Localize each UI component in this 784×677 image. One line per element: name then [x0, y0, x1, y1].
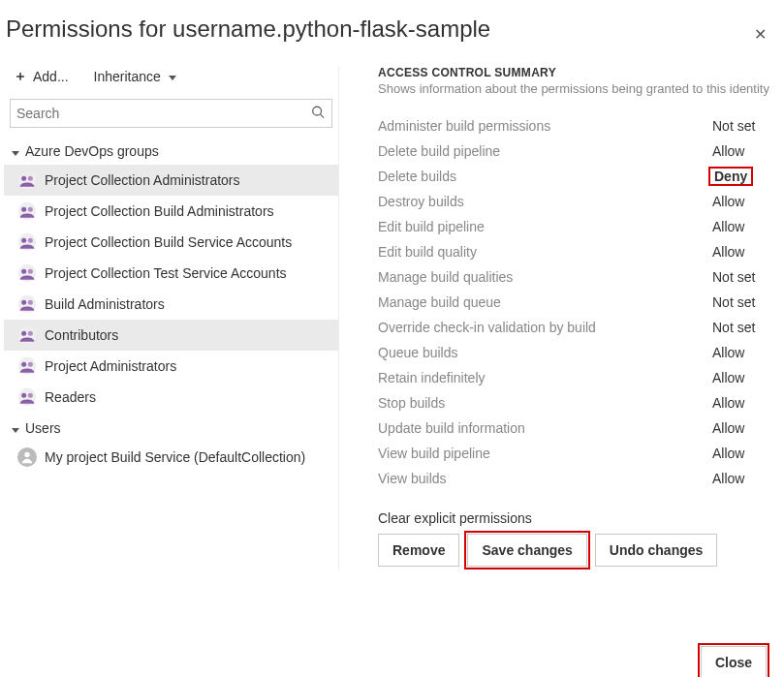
permission-name: Edit build pipeline	[378, 219, 485, 234]
chevron-down-icon	[10, 420, 21, 436]
permission-row[interactable]: Update build informationAllow	[378, 415, 780, 441]
permission-name: Manage build queue	[378, 294, 501, 310]
permission-name: Edit build quality	[378, 244, 477, 260]
group-avatar-icon	[17, 201, 37, 221]
permission-value: Allow	[712, 194, 780, 209]
svg-point-26	[24, 452, 29, 457]
permission-row[interactable]: Edit build pipelineAllow	[378, 214, 780, 239]
svg-point-25	[28, 393, 33, 398]
svg-point-7	[28, 207, 33, 212]
permission-row[interactable]: Retain indefinitelyAllow	[378, 365, 780, 390]
group-avatar-icon	[17, 294, 37, 314]
permission-name: Administer build permissions	[378, 118, 550, 134]
search-input[interactable]	[10, 99, 332, 128]
group-item-label: Readers	[45, 389, 96, 405]
group-item-label: Project Collection Test Service Accounts	[45, 265, 287, 281]
permission-value: Allow	[712, 420, 780, 436]
undo-changes-button[interactable]: Undo changes	[595, 534, 717, 567]
permission-value: Allow	[712, 345, 780, 360]
permission-value: Allow	[712, 471, 780, 486]
group-item-label: Build Administrators	[45, 296, 165, 312]
group-item-label: Project Collection Build Administrators	[45, 203, 274, 219]
permission-value: Allow	[712, 143, 780, 159]
group-item[interactable]: Contributors	[4, 320, 338, 351]
chevron-down-icon	[10, 143, 21, 159]
svg-point-16	[28, 300, 33, 305]
close-icon[interactable]: ✕	[746, 21, 774, 47]
users-tree-header[interactable]: Users	[4, 413, 338, 442]
identity-list-panel: ＋ Add... Inheritance Azure DevOps groups…	[4, 66, 338, 473]
group-item-label: Project Collection Build Service Account…	[45, 234, 292, 250]
permission-value: Allow	[712, 219, 780, 234]
groups-header-label: Azure DevOps groups	[25, 143, 159, 159]
permission-row[interactable]: Queue buildsAllow	[378, 340, 780, 365]
permission-name: Destroy builds	[378, 194, 464, 209]
save-changes-button[interactable]: Save changes	[467, 534, 586, 567]
summary-title: ACCESS CONTROL SUMMARY	[378, 66, 780, 79]
group-item[interactable]: Project Collection Test Service Accounts	[4, 258, 338, 289]
group-avatar-icon	[17, 325, 37, 345]
group-avatar-icon	[17, 170, 37, 190]
permission-name: Delete builds	[378, 169, 456, 184]
group-item[interactable]: Project Collection Build Service Account…	[4, 227, 338, 258]
group-avatar-icon	[17, 387, 37, 407]
group-item-label: Project Collection Administrators	[45, 172, 240, 188]
summary-subtitle: Shows information about the permissions …	[378, 81, 780, 96]
group-item[interactable]: Build Administrators	[4, 289, 338, 320]
permission-row[interactable]: View build pipelineAllow	[378, 441, 780, 466]
remove-button[interactable]: Remove	[378, 534, 459, 567]
permission-row[interactable]: Stop buildsAllow	[378, 390, 780, 415]
svg-point-24	[21, 393, 26, 398]
permission-row[interactable]: Destroy buildsAllow	[378, 189, 780, 214]
groups-tree-header[interactable]: Azure DevOps groups	[4, 136, 338, 165]
svg-point-10	[28, 238, 33, 243]
permission-row[interactable]: Manage build queueNot set	[378, 290, 780, 315]
permission-value: Not set	[712, 118, 780, 134]
group-avatar-icon	[17, 263, 37, 283]
permission-name: View build pipeline	[378, 446, 490, 461]
svg-point-19	[28, 331, 33, 336]
permission-value: Not set	[712, 294, 780, 310]
group-item[interactable]: Readers	[4, 382, 338, 413]
permission-name: Manage build qualities	[378, 269, 513, 285]
group-item[interactable]: Project Administrators	[4, 351, 338, 382]
svg-point-15	[21, 300, 26, 305]
clear-permissions-link[interactable]: Clear explicit permissions	[378, 510, 780, 526]
user-item-label: My project Build Service (DefaultCollect…	[45, 449, 305, 465]
user-item[interactable]: My project Build Service (DefaultCollect…	[4, 442, 338, 473]
group-item-label: Project Administrators	[45, 358, 176, 374]
svg-point-3	[21, 176, 26, 181]
permission-row[interactable]: Administer build permissionsNot set	[378, 113, 780, 138]
svg-point-22	[28, 362, 33, 367]
user-avatar-icon	[17, 447, 37, 467]
permission-row[interactable]: Delete build pipelineAllow	[378, 138, 780, 164]
permission-value: Not set	[712, 320, 780, 335]
permission-value: Deny	[712, 169, 780, 184]
permission-value: Allow	[712, 446, 780, 461]
users-header-label: Users	[25, 420, 61, 436]
group-item[interactable]: Project Collection Build Administrators	[4, 196, 338, 227]
permission-row[interactable]: Edit build qualityAllow	[378, 239, 780, 264]
permission-value: Allow	[712, 244, 780, 260]
svg-point-12	[21, 269, 26, 274]
svg-point-4	[28, 176, 33, 181]
group-item[interactable]: Project Collection Administrators	[4, 165, 338, 196]
svg-point-6	[21, 207, 26, 212]
add-label: Add...	[33, 69, 69, 84]
permission-row[interactable]: Delete buildsDeny	[378, 164, 780, 189]
permission-row[interactable]: Override check-in validation by buildNot…	[378, 315, 780, 340]
permission-value: Not set	[712, 269, 780, 285]
permission-name: Update build information	[378, 420, 525, 436]
permission-value: Allow	[712, 370, 780, 385]
permission-name: Delete build pipeline	[378, 143, 500, 159]
inheritance-dropdown[interactable]: Inheritance	[90, 67, 180, 86]
group-avatar-icon	[17, 232, 37, 252]
inheritance-label: Inheritance	[94, 69, 161, 84]
add-button[interactable]: ＋ Add...	[10, 66, 73, 87]
group-item-label: Contributors	[45, 327, 118, 343]
svg-point-9	[21, 238, 26, 243]
close-button[interactable]: Close	[701, 646, 767, 677]
permission-row[interactable]: View buildsAllow	[378, 466, 780, 491]
permission-row[interactable]: Manage build qualitiesNot set	[378, 264, 780, 290]
page-title: Permissions for username.python-flask-sa…	[6, 15, 784, 43]
